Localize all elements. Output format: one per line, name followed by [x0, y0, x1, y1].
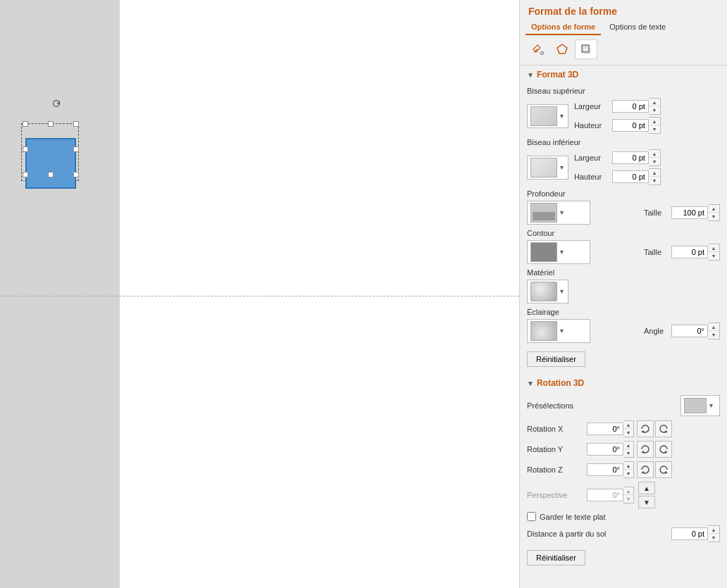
- rotation-x-clockwise[interactable]: [655, 420, 672, 437]
- bevel-bottom-arrow: ▼: [559, 164, 565, 171]
- format-panel: Format de la forme Options de forme Opti…: [519, 0, 727, 588]
- tab-options-forme[interactable]: Options de forme: [526, 20, 601, 35]
- bevel-bottom-width-spinner[interactable]: 0 pt ▲ ▼: [612, 149, 661, 166]
- perspective-down[interactable]: ▼: [623, 495, 633, 503]
- perspective-input-wrap: 0° ▲ ▼: [587, 487, 634, 503]
- rotation-y-down[interactable]: ▼: [623, 449, 633, 457]
- distance-up[interactable]: ▲: [708, 526, 719, 534]
- angle-down[interactable]: ▼: [708, 331, 719, 339]
- bevel-top-preview: [530, 106, 557, 126]
- handle-top-right[interactable]: [73, 121, 79, 127]
- bevel-bottom-height-down[interactable]: ▼: [649, 177, 660, 184]
- bevel-bottom-width-input[interactable]: 0 pt: [612, 151, 649, 164]
- depth-size-spinner[interactable]: 100 pt ▲ ▼: [671, 204, 720, 221]
- contour-dropdown[interactable]: ▼: [527, 240, 590, 264]
- rotate-handle[interactable]: [51, 99, 61, 108]
- bevel-top-width-up[interactable]: ▲: [649, 99, 660, 106]
- rotation-x-input[interactable]: 0°: [587, 423, 623, 435]
- perspective-up[interactable]: ▲: [623, 487, 633, 495]
- keep-text-flat-label[interactable]: Garder le texte plat: [540, 513, 606, 521]
- handle-bottom-right[interactable]: [73, 172, 79, 177]
- handle-top-middle[interactable]: [48, 121, 54, 127]
- handle-middle-left[interactable]: [23, 146, 28, 152]
- shape-icon-tab[interactable]: [551, 39, 573, 59]
- contour-size-spinner[interactable]: 0 pt ▲ ▼: [671, 244, 720, 261]
- reset-rotation-button[interactable]: Réinitialiser: [527, 550, 585, 565]
- preselections-arrow: ▼: [708, 402, 714, 409]
- depth-size-up[interactable]: ▲: [708, 205, 719, 213]
- distance-input[interactable]: 0 pt: [671, 527, 708, 540]
- bevel-top-height-spinner[interactable]: 0 pt ▲ ▼: [612, 117, 661, 134]
- format-3d-content: Biseau supérieur ▼ Largeur 0 pt ▲ ▼: [520, 84, 727, 374]
- tab-options-texte[interactable]: Options de texte: [604, 20, 671, 35]
- effects-icon-tab[interactable]: [575, 39, 597, 59]
- perspective-row: Perspective 0° ▲ ▼ ▲ ▼: [527, 482, 720, 508]
- height-label-2: Hauteur: [574, 173, 609, 181]
- rotation-z-counterclockwise[interactable]: [637, 461, 654, 478]
- material-arrow: ▼: [559, 288, 565, 295]
- material-dropdown[interactable]: ▼: [527, 280, 568, 304]
- bevel-top-width-down[interactable]: ▼: [649, 106, 660, 114]
- rotation-x-counterclockwise[interactable]: [637, 420, 654, 437]
- distance-spinner[interactable]: 0 pt ▲ ▼: [671, 525, 720, 542]
- fill-icon-tab[interactable]: [527, 39, 549, 59]
- perspective-input[interactable]: 0°: [587, 489, 623, 501]
- keep-text-flat-checkbox[interactable]: [527, 512, 536, 521]
- rotation-z-down[interactable]: ▼: [623, 470, 633, 477]
- bevel-top-dropdown[interactable]: ▼: [527, 104, 568, 128]
- lighting-dropdown[interactable]: ▼: [527, 319, 590, 343]
- bevel-top-height-input[interactable]: 0 pt: [612, 119, 649, 132]
- contour-size-input[interactable]: 0 pt: [671, 246, 708, 258]
- blue-square-shape[interactable]: [25, 138, 76, 189]
- preselections-preview: [684, 398, 707, 413]
- svg-marker-7: [641, 451, 644, 453]
- handle-bottom-middle[interactable]: [48, 172, 54, 177]
- depth-size-down[interactable]: ▼: [708, 213, 719, 220]
- rotation-y-counterclockwise[interactable]: [637, 441, 654, 458]
- bevel-bottom-height-spinner[interactable]: 0 pt ▲ ▼: [612, 168, 661, 185]
- angle-spinner[interactable]: 0° ▲ ▼: [671, 323, 720, 339]
- bevel-top-height-down[interactable]: ▼: [649, 125, 660, 133]
- lighting-arrow: ▼: [559, 327, 565, 334]
- bevel-top-height-buttons: ▲ ▼: [649, 117, 661, 134]
- rotation-z-clockwise[interactable]: [655, 461, 672, 478]
- rotation-z-input[interactable]: 0°: [587, 463, 623, 476]
- rotation-x-up[interactable]: ▲: [623, 421, 633, 429]
- angle-up[interactable]: ▲: [708, 323, 719, 331]
- rotation-y-up[interactable]: ▲: [623, 442, 633, 449]
- bevel-top-label: Biseau supérieur: [527, 87, 590, 95]
- reset-3d-button[interactable]: Réinitialiser: [527, 351, 585, 367]
- bevel-bottom-height-up[interactable]: ▲: [649, 169, 660, 177]
- contour-size-up[interactable]: ▲: [708, 244, 719, 252]
- rotation-3d-section-header[interactable]: ▼ Rotation 3D: [520, 374, 727, 392]
- svg-marker-5: [641, 430, 644, 433]
- handle-middle-right[interactable]: [73, 146, 79, 152]
- perspective-decrease-btn[interactable]: ▼: [638, 496, 655, 508]
- distance-down[interactable]: ▼: [708, 534, 719, 542]
- bevel-bottom-dropdown[interactable]: ▼: [527, 156, 568, 180]
- bevel-bottom-width-down[interactable]: ▼: [649, 158, 660, 165]
- rotation-y-input[interactable]: 0°: [587, 443, 623, 456]
- slide-container: [0, 0, 519, 588]
- bevel-top-height-up[interactable]: ▲: [649, 118, 660, 125]
- bevel-bottom-height-input[interactable]: 0 pt: [612, 170, 649, 183]
- handle-bottom-left[interactable]: [23, 172, 28, 177]
- rotation-z-up[interactable]: ▲: [623, 462, 633, 470]
- format-3d-section-header[interactable]: ▼ Format 3D: [520, 65, 727, 84]
- rotation-x-down[interactable]: ▼: [623, 429, 633, 437]
- bevel-bottom-width-up[interactable]: ▲: [649, 150, 660, 158]
- bevel-top-width-spinner[interactable]: 0 pt ▲ ▼: [612, 98, 661, 115]
- preselections-dropdown[interactable]: ▼: [681, 395, 720, 416]
- svg-marker-9: [641, 471, 644, 474]
- angle-input[interactable]: 0°: [671, 325, 708, 337]
- material-preview: [530, 282, 557, 301]
- rotation-y-clockwise[interactable]: [655, 441, 672, 458]
- contour-size-down[interactable]: ▼: [708, 252, 719, 260]
- shape-wrapper[interactable]: [21, 113, 92, 197]
- handle-top-left[interactable]: [23, 121, 28, 127]
- rotation-y-input-wrap: 0° ▲ ▼: [587, 441, 634, 458]
- depth-size-input[interactable]: 100 pt: [671, 206, 708, 219]
- bevel-top-width-input[interactable]: 0 pt: [612, 100, 649, 113]
- perspective-increase-btn[interactable]: ▲: [638, 482, 655, 494]
- depth-dropdown[interactable]: ▼: [527, 201, 590, 225]
